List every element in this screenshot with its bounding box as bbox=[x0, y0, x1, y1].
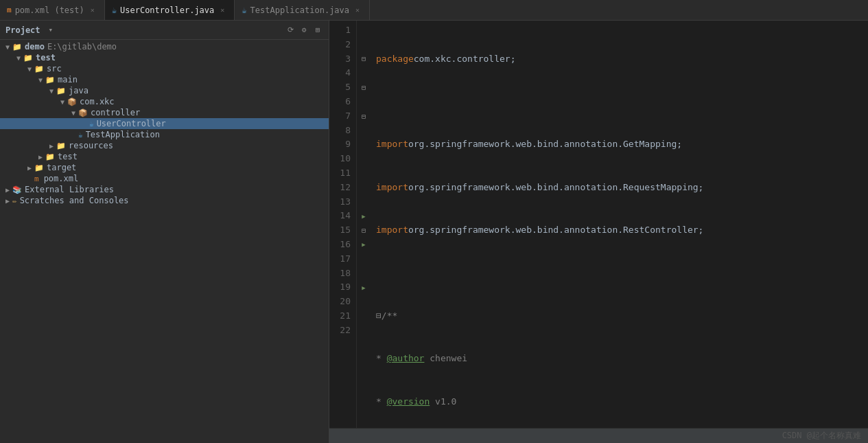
tab-user-close[interactable]: ✕ bbox=[218, 5, 227, 15]
tab-pom[interactable]: m pom.xml (test) ✕ bbox=[0, 0, 105, 20]
ext-libs-icon: 📚 bbox=[12, 185, 22, 194]
tree-item-resources[interactable]: ▶ 📁 resources bbox=[0, 140, 329, 151]
resources-label: resources bbox=[69, 141, 113, 150]
code-line-7: ⊟/** bbox=[376, 309, 868, 323]
expand-scratches[interactable]: ▶ bbox=[3, 197, 12, 205]
gutter-icon-16[interactable]: ▶ bbox=[362, 241, 365, 248]
code-line-9: * @version v1.0 bbox=[376, 395, 868, 409]
code-line-3: import org.springframework.web.bind.anno… bbox=[376, 137, 868, 152]
expand-java[interactable]: ▼ bbox=[47, 87, 56, 95]
src-label: src bbox=[47, 64, 62, 73]
target-folder-icon: 📁 bbox=[34, 163, 44, 172]
expand-resources[interactable]: ▶ bbox=[47, 142, 56, 150]
pkg-folder-icon: 📦 bbox=[67, 98, 77, 106]
expand-controller[interactable]: ▼ bbox=[69, 109, 78, 117]
fold-icon-5[interactable]: ⊟ bbox=[362, 84, 366, 91]
tree-item-demo[interactable]: ▼ 📁 demo E:\gitlab\demo bbox=[0, 41, 329, 52]
pom-label: pom.xml bbox=[44, 174, 79, 183]
tree-item-target[interactable]: ▶ 📁 target bbox=[0, 162, 329, 173]
gutter-icon-14[interactable]: ▶ bbox=[362, 213, 365, 220]
java-icon: ☕ bbox=[112, 5, 117, 15]
tab-test-close[interactable]: ✕ bbox=[353, 5, 362, 15]
expand-target[interactable]: ▶ bbox=[25, 164, 34, 172]
folder-icon: 📁 bbox=[12, 43, 22, 52]
tab-bar: m pom.xml (test) ✕ ☕ UserController.java… bbox=[0, 0, 868, 21]
editor-gutter: ⊟ ⊟ ⊟ ▶ ⊟ ▶ ▶ bbox=[357, 21, 371, 428]
ext-libs-label: External Libraries bbox=[25, 185, 114, 194]
tree-item-src[interactable]: ▼ 📁 src bbox=[0, 63, 329, 74]
sidebar-header: Project ▾ ⟳ ⚙ ⊞ bbox=[0, 21, 329, 40]
tree-item-scratches[interactable]: ▶ ✏️ Scratches and Consoles bbox=[0, 195, 329, 206]
tree-item-controller[interactable]: ▼ 📦 controller bbox=[0, 107, 329, 118]
test-folder-icon: 📁 bbox=[23, 54, 33, 63]
tree-item-main[interactable]: ▼ 📁 main bbox=[0, 74, 329, 85]
scratches-label: Scratches and Consoles bbox=[20, 196, 129, 205]
sidebar-actions: ⟳ ⚙ ⊞ bbox=[285, 25, 323, 36]
sidebar-gear-icon[interactable]: ⚙ bbox=[298, 25, 309, 36]
src-folder-icon: 📁 bbox=[34, 65, 44, 73]
java-folder-icon: 📁 bbox=[56, 87, 66, 95]
code-line-5: import org.springframework.web.bind.anno… bbox=[376, 223, 868, 238]
tree-item-test[interactable]: ▼ 📁 test bbox=[0, 52, 329, 63]
expand-comxkc[interactable]: ▼ bbox=[58, 98, 67, 106]
usercontroller-icon: ☕ bbox=[89, 120, 94, 128]
tab-user-controller[interactable]: ☕ UserController.java ✕ bbox=[105, 0, 235, 20]
gutter-icon-19[interactable]: ▶ bbox=[362, 284, 365, 291]
test2-folder-icon: 📁 bbox=[45, 152, 55, 161]
expand-demo[interactable]: ▼ bbox=[3, 43, 12, 51]
controller-label: controller bbox=[91, 108, 140, 117]
fold-icon-7[interactable]: ⊟ bbox=[362, 113, 366, 120]
tree-item-comxkc[interactable]: ▼ 📦 com.xkc bbox=[0, 96, 329, 107]
expand-ext-libs[interactable]: ▶ bbox=[3, 186, 12, 194]
sidebar-title: Project bbox=[5, 25, 40, 35]
expand-test[interactable]: ▼ bbox=[14, 54, 23, 62]
code-line-4: import org.springframework.web.bind.anno… bbox=[376, 181, 868, 195]
tree-item-usercontroller[interactable]: ☕ UserController bbox=[0, 118, 329, 129]
tab-pom-close[interactable]: ✕ bbox=[88, 5, 97, 15]
demo-label: demo bbox=[25, 42, 45, 52]
tree-item-pom[interactable]: m pom.xml bbox=[0, 173, 329, 184]
scratches-icon: ✏️ bbox=[12, 196, 17, 205]
main-folder-icon: 📁 bbox=[45, 76, 55, 84]
watermark-text: CSDN @起个名称真难 bbox=[782, 430, 861, 442]
testapp-label: TestApplication bbox=[86, 130, 160, 139]
code-line-1: package com.xkc.controller; bbox=[376, 52, 868, 67]
tab-user-label: UserController.java bbox=[120, 5, 214, 15]
expand-src[interactable]: ▼ bbox=[25, 65, 34, 73]
sidebar-expand-icon[interactable]: ⊞ bbox=[312, 25, 323, 36]
tree-item-ext-libs[interactable]: ▶ 📚 External Libraries bbox=[0, 184, 329, 195]
comxkc-label: com.xkc bbox=[80, 97, 115, 106]
code-line-6 bbox=[376, 266, 868, 281]
java2-icon: ☕ bbox=[242, 5, 246, 15]
code-line-8: * @author chenwei bbox=[376, 352, 868, 366]
sidebar-sync-icon[interactable]: ⟳ bbox=[285, 25, 296, 36]
controller-folder-icon: 📦 bbox=[78, 109, 88, 117]
expand-test2[interactable]: ▶ bbox=[36, 153, 45, 161]
main-label: main bbox=[58, 75, 78, 84]
editor: 12345 678910 1112131415 1617181920 2122 … bbox=[329, 21, 868, 443]
testapp-icon: ☕ bbox=[78, 130, 83, 139]
tab-test-label: TestApplication.java bbox=[250, 5, 350, 15]
code-content[interactable]: package com.xkc.controller; import org.s… bbox=[371, 21, 868, 428]
usercontroller-label: UserController bbox=[97, 119, 166, 128]
pom-icon: m bbox=[34, 174, 39, 183]
fold-icon-15[interactable]: ⊟ bbox=[362, 227, 366, 234]
sidebar: Project ▾ ⟳ ⚙ ⊞ ▼ 📁 demo E:\gitlab\demo … bbox=[0, 21, 329, 443]
demo-path: E:\gitlab\demo bbox=[47, 42, 117, 52]
tree-item-java[interactable]: ▼ 📁 java bbox=[0, 85, 329, 96]
xml-icon: m bbox=[7, 5, 12, 14]
tab-test-application[interactable]: ☕ TestApplication.java ✕ bbox=[235, 0, 370, 20]
tree-item-testapp[interactable]: ☕ TestApplication bbox=[0, 129, 329, 140]
test2-label: test bbox=[58, 152, 78, 161]
project-tree: ▼ 📁 demo E:\gitlab\demo ▼ 📁 test ▼ 📁 src bbox=[0, 40, 329, 443]
target-label: target bbox=[47, 163, 76, 172]
tab-pom-label: pom.xml (test) bbox=[15, 5, 84, 15]
expand-main[interactable]: ▼ bbox=[36, 76, 45, 84]
project-dropdown[interactable]: ▾ bbox=[49, 25, 54, 34]
code-area[interactable]: 12345 678910 1112131415 1617181920 2122 … bbox=[329, 21, 868, 428]
main-area: Project ▾ ⟳ ⚙ ⊞ ▼ 📁 demo E:\gitlab\demo … bbox=[0, 21, 868, 443]
java-label: java bbox=[69, 86, 89, 95]
fold-icon-3[interactable]: ⊟ bbox=[362, 55, 366, 63]
line-numbers: 12345 678910 1112131415 1617181920 2122 bbox=[329, 21, 357, 428]
tree-item-test2[interactable]: ▶ 📁 test bbox=[0, 151, 329, 162]
